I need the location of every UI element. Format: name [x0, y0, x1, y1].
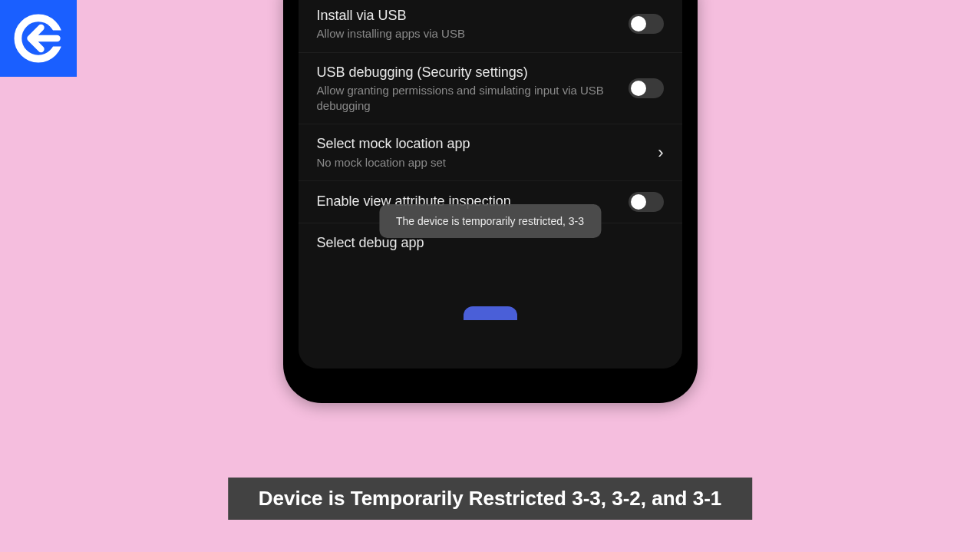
setting-title: USB debugging (Security settings)	[317, 64, 616, 81]
setting-install-via-usb[interactable]: Install via USB Allow installing apps vi…	[299, 0, 682, 53]
toast-message: The device is temporarily restricted, 3-…	[379, 204, 601, 238]
setting-usb-debugging-security[interactable]: USB debugging (Security settings) Allow …	[299, 53, 682, 124]
setting-title: Install via USB	[317, 7, 616, 25]
setting-content: Install via USB Allow installing apps vi…	[317, 7, 629, 41]
setting-subtitle: Allow installing apps via USB	[317, 26, 616, 41]
setting-content: USB debugging (Security settings) Allow …	[317, 64, 629, 113]
toggle-install-via-usb[interactable]	[629, 14, 664, 34]
phone-screen: Install via USB Allow installing apps vi…	[299, 0, 682, 369]
setting-title: Select mock location app	[317, 135, 646, 153]
setting-subtitle: Allow granting permissions and simulatin…	[317, 83, 616, 113]
logo-icon	[12, 12, 65, 65]
chevron-right-icon: ›	[658, 143, 663, 163]
setting-mock-location[interactable]: Select mock location app No mock locatio…	[299, 124, 682, 181]
phone-frame: Install via USB Allow installing apps vi…	[283, 0, 698, 403]
toggle-knob	[631, 194, 646, 210]
setting-content: Select mock location app No mock locatio…	[317, 135, 658, 170]
navigation-pill[interactable]	[464, 306, 517, 320]
caption-bar: Device is Temporarily Restricted 3-3, 3-…	[228, 478, 753, 520]
toggle-knob	[631, 16, 646, 31]
toggle-knob	[631, 81, 646, 96]
brand-logo	[0, 0, 77, 77]
toggle-view-attribute-inspection[interactable]	[629, 192, 664, 212]
caption-text: Device is Temporarily Restricted 3-3, 3-…	[259, 487, 722, 510]
setting-subtitle: No mock location app set	[317, 155, 646, 170]
toast-text: The device is temporarily restricted, 3-…	[396, 215, 584, 227]
toggle-usb-debugging-security[interactable]	[629, 78, 664, 98]
